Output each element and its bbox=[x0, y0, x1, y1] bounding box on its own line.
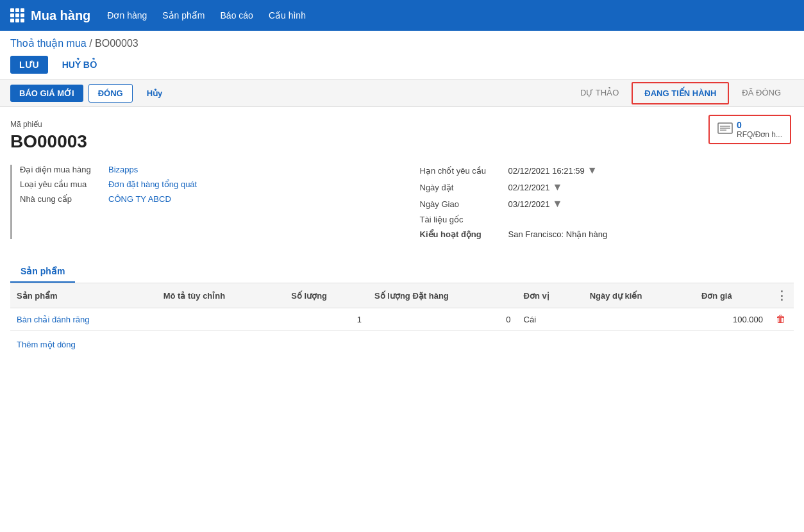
breadcrumb: Thoả thuận mua / BO00003 bbox=[0, 31, 804, 53]
app-logo[interactable]: Mua hàng bbox=[10, 8, 90, 23]
form-row-delivery-date: Ngày Giao 03/12/2021 ▼ bbox=[420, 198, 794, 210]
cell-unit-price[interactable]: 100.000 bbox=[695, 308, 769, 331]
rfq-badge[interactable]: 0 RFQ/Đơn h... bbox=[708, 115, 791, 144]
action-row-1: LƯU HUỶ BỎ bbox=[0, 53, 804, 79]
dropdown-arrow-2: ▼ bbox=[553, 181, 563, 193]
grid-icon bbox=[10, 8, 24, 22]
form-row-vendor: Nhà cung cấp CÔNG TY ABCD bbox=[20, 194, 394, 204]
status-bar: BÁO GIÁ MỚI ĐÓNG Hủy DỰ THẢO ĐANG TIẾN H… bbox=[0, 79, 804, 107]
cell-unit: Cái bbox=[517, 308, 583, 331]
form-row-deadline: Hạn chốt yêu cầu 02/12/2021 16:21:59 ▼ bbox=[420, 165, 794, 176]
form-row-source-doc: Tài liệu gốc bbox=[420, 215, 794, 224]
col-options: ⋮ bbox=[769, 283, 794, 308]
label-type: Loại yêu cầu mua bbox=[20, 179, 103, 189]
form-right: Hạn chốt yêu cầu 02/12/2021 16:21:59 ▼ N… bbox=[420, 165, 794, 239]
form-left: Đại diện mua hàng Bizapps Loại yêu cầu m… bbox=[20, 165, 394, 239]
value-delivery-date[interactable]: 03/12/2021 ▼ bbox=[508, 198, 563, 210]
cell-ordered-qty: 0 bbox=[368, 308, 517, 331]
status-stages: DỰ THẢO ĐANG TIẾN HÀNH ĐÃ ĐÓNG bbox=[567, 81, 794, 105]
value-deadline[interactable]: 02/12/2021 16:21:59 ▼ bbox=[508, 165, 598, 176]
nav-san-pham[interactable]: Sản phẩm bbox=[161, 8, 206, 23]
form-row-activity: Kiểu hoạt động San Francisco: Nhận hàng bbox=[420, 229, 794, 239]
save-button[interactable]: LƯU bbox=[10, 56, 48, 74]
label-deadline: Hạn chốt yêu cầu bbox=[420, 166, 503, 176]
cell-product[interactable]: Bàn chải đánh răng bbox=[10, 308, 157, 331]
label-delivery-date: Ngày Giao bbox=[420, 199, 503, 209]
table-row: Bàn chải đánh răng 1 0 Cái 100.000 🗑 bbox=[10, 308, 794, 331]
cancel-button[interactable]: HUỶ BỎ bbox=[53, 56, 106, 74]
label-activity: Kiểu hoạt động bbox=[420, 229, 503, 239]
tabs-section: Sản phẩm bbox=[10, 261, 794, 283]
col-unit-price: Đơn giá bbox=[695, 283, 769, 308]
code-label: Mã phiếu bbox=[10, 120, 794, 129]
add-row-button[interactable]: Thêm một dòng bbox=[17, 333, 76, 356]
code-value: BO00003 bbox=[10, 131, 794, 152]
new-quote-button[interactable]: BÁO GIÁ MỚI bbox=[10, 85, 83, 102]
cell-description[interactable] bbox=[157, 308, 285, 331]
table-header-row: Sản phẩm Mô tả tùy chỉnh Số lượng Số lượ… bbox=[10, 283, 794, 308]
form-area: Mã phiếu BO00003 Đại diện mua hàng Bizap… bbox=[10, 107, 794, 245]
breadcrumb-separator: / bbox=[89, 38, 92, 49]
col-unit: Đơn vị bbox=[517, 283, 583, 308]
rfq-text: 0 RFQ/Đơn h... bbox=[737, 120, 782, 139]
value-vendor[interactable]: CÔNG TY ABCD bbox=[108, 194, 171, 204]
stage-in-progress[interactable]: ĐANG TIẾN HÀNH bbox=[632, 82, 729, 104]
main-content: 0 RFQ/Đơn h... Mã phiếu BO00003 Đại diện… bbox=[0, 107, 804, 358]
products-table: Sản phẩm Mô tả tùy chỉnh Số lượng Số lượ… bbox=[10, 283, 794, 331]
cell-expected-date[interactable] bbox=[583, 308, 695, 331]
form-grid: Đại diện mua hàng Bizapps Loại yêu cầu m… bbox=[10, 165, 794, 239]
label-rep: Đại diện mua hàng bbox=[20, 165, 103, 174]
value-order-date[interactable]: 02/12/2021 ▼ bbox=[508, 181, 563, 193]
add-row-container: Thêm một dòng bbox=[10, 331, 794, 358]
rfq-icon bbox=[717, 122, 733, 138]
top-navigation: Mua hàng Đơn hàng Sản phẩm Báo cáo Cấu h… bbox=[0, 0, 804, 31]
cancel-action-button[interactable]: Hủy bbox=[138, 85, 172, 102]
rfq-count: 0 bbox=[737, 120, 742, 130]
tab-products[interactable]: Sản phẩm bbox=[10, 261, 75, 283]
cell-quantity[interactable]: 1 bbox=[285, 308, 368, 331]
value-activity: San Francisco: Nhận hàng bbox=[508, 229, 608, 239]
col-options-icon[interactable]: ⋮ bbox=[776, 289, 787, 302]
label-vendor: Nhà cung cấp bbox=[20, 194, 103, 204]
stage-draft[interactable]: DỰ THẢO bbox=[567, 81, 632, 105]
label-source-doc: Tài liệu gốc bbox=[420, 215, 503, 224]
breadcrumb-current: BO00003 bbox=[95, 38, 138, 49]
dropdown-arrow: ▼ bbox=[587, 165, 598, 176]
delete-icon[interactable]: 🗑 bbox=[776, 313, 786, 324]
nav-cau-hinh[interactable]: Cấu hình bbox=[267, 8, 307, 23]
nav-menu: Đơn hàng Sản phẩm Báo cáo Cấu hình bbox=[106, 10, 307, 21]
form-row-type: Loại yêu cầu mua Đơn đặt hàng tổng quát bbox=[20, 179, 394, 189]
rfq-label: RFQ/Đơn h... bbox=[737, 130, 782, 139]
form-row-rep: Đại diện mua hàng Bizapps bbox=[20, 165, 394, 174]
col-expected-date: Ngày dự kiến bbox=[583, 283, 695, 308]
col-product: Sản phẩm bbox=[10, 283, 157, 308]
value-type[interactable]: Đơn đặt hàng tổng quát bbox=[108, 179, 197, 189]
nav-bao-cao[interactable]: Báo cáo bbox=[219, 8, 255, 23]
col-quantity: Số lượng bbox=[285, 283, 368, 308]
breadcrumb-parent[interactable]: Thoả thuận mua bbox=[10, 38, 87, 49]
cell-delete[interactable]: 🗑 bbox=[769, 308, 794, 331]
form-row-order-date: Ngày đặt 02/12/2021 ▼ bbox=[420, 181, 794, 193]
dropdown-arrow-3: ▼ bbox=[553, 198, 563, 210]
col-description: Mô tả tùy chỉnh bbox=[157, 283, 285, 308]
close-button[interactable]: ĐÓNG bbox=[88, 84, 133, 103]
nav-don-hang[interactable]: Đơn hàng bbox=[106, 8, 148, 23]
value-rep[interactable]: Bizapps bbox=[108, 165, 138, 174]
label-order-date: Ngày đặt bbox=[420, 183, 503, 192]
col-ordered-qty: Số lượng Đặt hàng bbox=[368, 283, 517, 308]
app-name: Mua hàng bbox=[31, 8, 90, 23]
stage-closed[interactable]: ĐÃ ĐÓNG bbox=[729, 81, 794, 105]
